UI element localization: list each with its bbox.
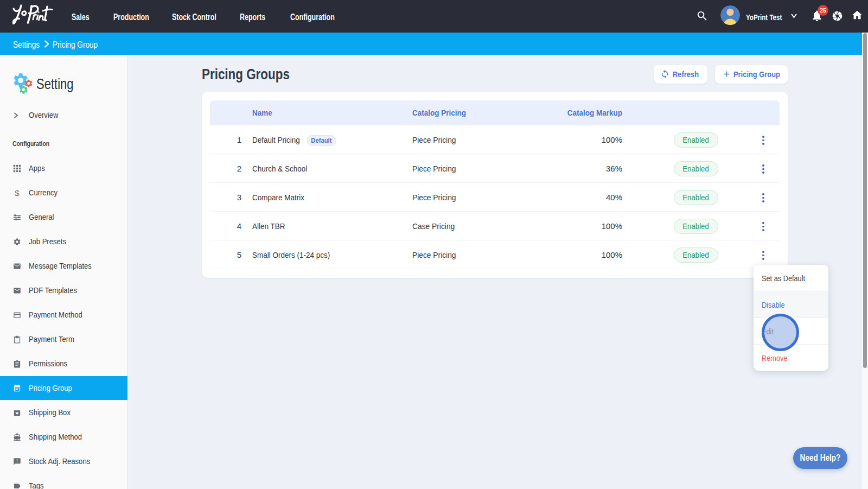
svg-text:$: $: [15, 189, 20, 197]
